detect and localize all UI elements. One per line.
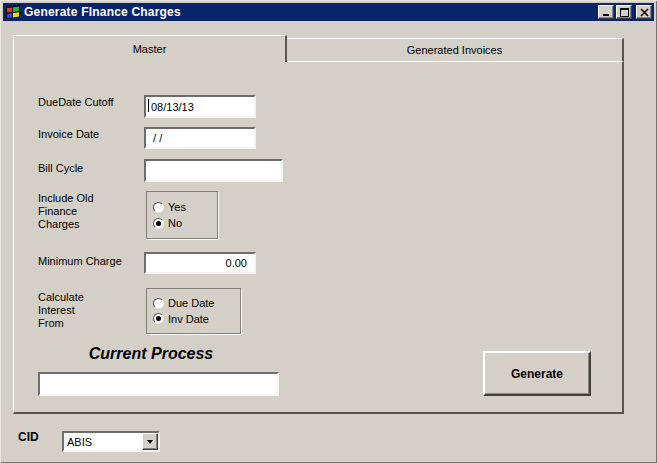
calculate-interest-from-label: Calculate Interest From xyxy=(38,291,84,330)
include-old-finance-charges-group: Yes No xyxy=(146,191,218,239)
radio-icon xyxy=(153,298,164,309)
window-title: Generate FInance Charges xyxy=(24,5,596,19)
tab-generated-invoices[interactable]: Generated Invoices xyxy=(287,38,624,61)
cid-label: CID xyxy=(18,430,39,444)
radio-icon xyxy=(153,202,164,213)
radio-label: Due Date xyxy=(168,297,214,309)
cid-select[interactable]: ABIS xyxy=(62,431,160,452)
tab-master[interactable]: Master xyxy=(13,35,287,62)
bill-cycle-label: Bill Cycle xyxy=(38,162,83,175)
radio-checked-icon xyxy=(153,218,164,229)
minimum-charge-input[interactable] xyxy=(144,252,256,274)
radio-checked-icon xyxy=(153,313,164,324)
app-icon xyxy=(5,4,21,20)
cid-selected-value: ABIS xyxy=(64,433,142,450)
cid-dropdown-button[interactable] xyxy=(142,433,158,450)
tab-page-master: DueDate Cutoff Invoice Date Bill Cycle I… xyxy=(13,61,624,414)
current-process-field[interactable] xyxy=(38,372,279,396)
calculate-interest-from-group: Due Date Inv Date xyxy=(146,288,241,334)
radio-label: Yes xyxy=(168,201,186,213)
tab-label: Master xyxy=(133,43,167,55)
chevron-down-icon xyxy=(147,440,153,444)
title-bar: Generate FInance Charges xyxy=(3,3,654,21)
include-old-finance-charges-label: Include Old Finance Charges xyxy=(38,192,94,231)
duedate-cutoff-input[interactable] xyxy=(144,95,256,118)
maximize-icon xyxy=(620,8,629,17)
minimum-charge-label: Minimum Charge xyxy=(38,255,122,268)
radio-label: Inv Date xyxy=(168,313,209,325)
close-icon xyxy=(640,8,649,17)
current-process-label: Current Process xyxy=(38,345,264,363)
tab-label: Generated Invoices xyxy=(407,44,502,56)
bill-cycle-input[interactable] xyxy=(144,159,283,182)
minimize-button[interactable] xyxy=(598,5,614,19)
close-button[interactable] xyxy=(636,5,652,19)
maximize-button[interactable] xyxy=(616,5,632,19)
radio-option-inv-date[interactable]: Inv Date xyxy=(153,313,234,325)
radio-option-yes[interactable]: Yes xyxy=(153,201,211,213)
radio-option-no[interactable]: No xyxy=(153,217,211,229)
text-caret xyxy=(148,99,149,112)
invoice-date-input[interactable] xyxy=(144,127,256,149)
invoice-date-label: Invoice Date xyxy=(38,128,99,141)
radio-option-due-date[interactable]: Due Date xyxy=(153,297,234,309)
duedate-cutoff-label: DueDate Cutoff xyxy=(38,96,114,109)
minimize-icon xyxy=(602,8,611,17)
radio-label: No xyxy=(168,217,182,229)
generate-button[interactable]: Generate xyxy=(483,351,591,396)
dialog-window: Generate FInance Charges DueDate Cutoff … xyxy=(0,0,657,463)
